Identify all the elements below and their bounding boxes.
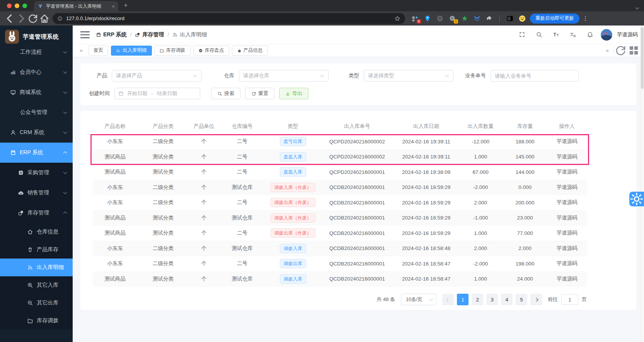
page-button-3[interactable]: 3 bbox=[486, 294, 498, 305]
goto-page-input[interactable] bbox=[561, 294, 578, 305]
breadcrumb-item[interactable]: 出入库明细 bbox=[172, 31, 207, 38]
page-size-select[interactable]: 10条/页 bbox=[401, 294, 436, 305]
sidebar-item-3[interactable]: 公众号管理 bbox=[0, 102, 73, 123]
back-icon[interactable] bbox=[4, 13, 15, 24]
page-scrollbar[interactable] bbox=[640, 26, 644, 342]
sidebar-item-6[interactable]: A采购管理 bbox=[0, 163, 73, 183]
close-window-button[interactable] bbox=[7, 3, 12, 8]
extension-green-star-icon[interactable] bbox=[461, 15, 469, 22]
page-button-4[interactable]: 4 bbox=[501, 294, 513, 305]
side-panel-icon[interactable] bbox=[506, 15, 514, 22]
extension-pin-icon[interactable] bbox=[424, 15, 431, 22]
app-logo[interactable]: 芋道管理系统 bbox=[0, 26, 73, 48]
theme-settings-gear-button[interactable] bbox=[629, 192, 644, 206]
profile-emoji-icon[interactable] bbox=[518, 15, 526, 22]
breadcrumb-item[interactable]: ERP 系统 bbox=[96, 31, 126, 38]
page-tab-2[interactable]: 库存调拨 bbox=[155, 46, 191, 56]
tabs-scroll-right-icon[interactable]: » bbox=[601, 47, 614, 54]
site-info-icon[interactable] bbox=[57, 16, 63, 21]
username[interactable]: 芋道源码 bbox=[617, 31, 638, 38]
sidebar-item-1[interactable]: 会员中心 bbox=[0, 62, 73, 82]
column-header[interactable]: 产品名称 bbox=[93, 123, 137, 130]
window-controls[interactable] bbox=[7, 3, 27, 8]
column-header[interactable]: 出入库数量 bbox=[458, 123, 503, 130]
sidebar-item-5[interactable]: ERP 系统 bbox=[0, 143, 73, 163]
sidebar-item-8[interactable]: 库存管理 bbox=[0, 203, 73, 223]
sidebar-item-13[interactable]: 其它出库 bbox=[0, 294, 73, 312]
product-select[interactable]: 请选择产品 bbox=[112, 70, 201, 82]
date-range-picker[interactable]: 开始日期 – 结束日期 bbox=[114, 88, 200, 99]
type-select[interactable]: 请选择类型 bbox=[364, 70, 453, 82]
reload-icon[interactable] bbox=[27, 13, 39, 24]
page-button-1[interactable]: 1 bbox=[457, 294, 469, 305]
prev-page-button[interactable] bbox=[442, 294, 454, 305]
language-icon[interactable]: 文A bbox=[567, 29, 579, 41]
extension-tampermonkey-icon[interactable]: 6 bbox=[411, 15, 419, 22]
member-icon bbox=[10, 69, 16, 75]
sidebar-item-9[interactable]: 仓库信息 bbox=[0, 223, 73, 241]
extension-gray-circle-icon[interactable]: 1 bbox=[448, 15, 456, 22]
page-button-5[interactable]: 5 bbox=[516, 294, 527, 305]
breadcrumb-item[interactable]: 库存管理 bbox=[135, 31, 164, 38]
reset-button[interactable]: 重置 bbox=[245, 88, 274, 99]
fullscreen-icon[interactable] bbox=[516, 29, 528, 41]
search-icon[interactable] bbox=[533, 29, 545, 41]
bookmark-star-icon[interactable] bbox=[394, 15, 400, 22]
table-cell: -2.000 bbox=[458, 261, 503, 267]
minimize-window-button[interactable] bbox=[15, 3, 19, 8]
table-row-2: 测试商品测试分类个二号盘盈入库QCPD202402160000012024-02… bbox=[93, 165, 587, 180]
column-header[interactable]: 出入库日期 bbox=[394, 123, 458, 130]
type-cell: 调拨出库（作废） bbox=[266, 198, 320, 207]
home-icon[interactable] bbox=[39, 13, 50, 24]
sidebar-item-label: 其它入库 bbox=[37, 282, 58, 289]
column-header[interactable]: 操作人 bbox=[547, 123, 587, 130]
tabs-scroll-left-icon[interactable]: « bbox=[77, 48, 86, 53]
tab-search-chevron-icon[interactable] bbox=[636, 3, 639, 10]
table-cell: 2024-02-16 18:59:29 bbox=[394, 215, 458, 221]
search-button[interactable]: 搜索 bbox=[211, 88, 240, 99]
page-button-2[interactable]: 2 bbox=[472, 294, 483, 305]
column-header[interactable]: 产品单位 bbox=[189, 123, 219, 130]
sidebar-item-11[interactable]: 出入库明细 bbox=[0, 259, 73, 276]
sidebar-item-2[interactable]: 商城系统 bbox=[0, 82, 73, 102]
extension-blue-chevrons-icon[interactable] bbox=[473, 15, 481, 22]
sidebar-item-4[interactable]: CRM 系统 bbox=[0, 123, 73, 143]
font-size-icon[interactable]: TT bbox=[550, 29, 562, 41]
address-bar[interactable]: 127.0.0.1/erp/stock/record bbox=[53, 13, 405, 24]
extension-dark-circle-icon[interactable] bbox=[436, 15, 444, 22]
maximize-window-button[interactable] bbox=[22, 3, 27, 8]
column-header[interactable]: 库存量 bbox=[503, 123, 547, 130]
order-no-input[interactable] bbox=[491, 70, 579, 82]
browser-menu-icon[interactable]: ⋮ bbox=[583, 15, 588, 22]
sidebar-item-14[interactable]: 库存调拨 bbox=[0, 312, 73, 330]
url-text[interactable]: 127.0.0.1/erp/stock/record bbox=[66, 15, 391, 21]
sidebar-item-10[interactable]: 产品库存 bbox=[0, 241, 73, 259]
page-tab-0[interactable]: 首页 bbox=[89, 46, 108, 56]
new-tab-button[interactable]: + bbox=[124, 2, 128, 10]
browser-update-button[interactable]: 重新启动即可更新 bbox=[530, 14, 579, 24]
tab-close-icon[interactable]: × bbox=[112, 3, 115, 9]
collapse-sidebar-icon[interactable] bbox=[79, 29, 91, 41]
browser-tab[interactable]: 芋道管理系统 - 出入库明细 × bbox=[34, 1, 118, 11]
sidebar-item-7[interactable]: 销售管理 bbox=[0, 183, 73, 203]
column-header[interactable]: 仓库编号 bbox=[219, 123, 266, 130]
page-tab-1[interactable]: 出入库明细 bbox=[111, 46, 152, 56]
column-header[interactable]: 类型 bbox=[266, 123, 320, 130]
export-button[interactable]: 导出 bbox=[279, 88, 308, 99]
forward-icon[interactable] bbox=[15, 13, 27, 24]
table-cell: 个 bbox=[189, 184, 219, 191]
tabs-refresh-icon[interactable] bbox=[614, 47, 627, 54]
extensions-puzzle-icon[interactable] bbox=[486, 15, 493, 22]
page-tab-3[interactable]: 库存盘点 bbox=[193, 46, 229, 56]
user-avatar[interactable]: 文化 bbox=[601, 29, 612, 41]
column-header[interactable]: 产品分类 bbox=[137, 123, 189, 130]
sidebar-item-12[interactable]: 其它入库 bbox=[0, 276, 73, 294]
notification-bell-icon[interactable] bbox=[584, 29, 596, 41]
warehouse-select[interactable]: 请选择仓库 bbox=[239, 70, 329, 82]
chevron-down-icon bbox=[63, 110, 67, 114]
tabs-layout-grid-icon[interactable] bbox=[627, 47, 640, 54]
next-page-button[interactable] bbox=[530, 294, 542, 305]
stock-record-table: 产品名称产品分类产品单位仓库编号类型出入库单号出入库日期出入库数量库存量操作人 … bbox=[93, 119, 587, 287]
column-header[interactable]: 出入库单号 bbox=[320, 123, 394, 130]
page-tab-4[interactable]: 产品信息 bbox=[232, 46, 268, 56]
